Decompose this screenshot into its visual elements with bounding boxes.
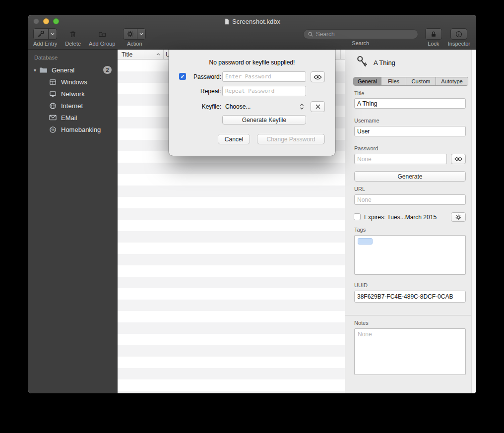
generate-password-button[interactable]: Generate [354, 171, 466, 182]
add-group-button[interactable] [96, 28, 109, 40]
svg-text:%: % [51, 127, 55, 132]
info-icon [455, 31, 462, 38]
sidebar-item-network[interactable]: Network [28, 88, 118, 100]
sidebar-section-header: Database [28, 55, 118, 61]
action-button[interactable] [123, 28, 146, 40]
folder-icon [39, 67, 48, 73]
lock-label: Lock [428, 41, 439, 47]
column-header-spacer [341, 50, 345, 59]
sheet-message: No password or keyfile supplied! [169, 59, 335, 66]
toolbar-item-add-group: Add Group [89, 28, 115, 47]
toolbar-item-inspector: Inspector [448, 28, 470, 47]
expires-gear-button[interactable] [451, 212, 466, 222]
sidebar-item-label: Homebanking [61, 126, 101, 133]
generate-keyfile-button[interactable]: Generate Keyfile [222, 115, 306, 124]
username-field[interactable] [354, 126, 466, 136]
tab-custom[interactable]: Custom [406, 77, 436, 85]
search-label: Search [352, 40, 369, 46]
toolbar-item-add-entry: Add Entry [33, 28, 57, 47]
change-password-button[interactable]: Change Password [257, 134, 325, 144]
lock-icon [430, 31, 437, 38]
key-icon [34, 29, 48, 39]
gear-icon [124, 29, 137, 39]
sidebar: Database ▾ General 2 Windows Networ [28, 50, 118, 393]
globe-icon [48, 102, 58, 110]
tab-autotype[interactable]: Autotype [436, 77, 468, 85]
close-button[interactable] [33, 18, 39, 24]
cancel-button[interactable]: Cancel [218, 134, 250, 144]
folder-plus-icon [98, 30, 107, 39]
add-entry-button[interactable] [33, 28, 57, 40]
notes-label: Notes [354, 320, 369, 326]
url-label: URL [354, 186, 365, 192]
sidebar-item-label: Network [61, 90, 85, 98]
sheet-reveal-password-button[interactable] [311, 71, 325, 82]
document-icon [224, 18, 230, 25]
notes-field[interactable]: None [354, 328, 466, 375]
popup-stepper-icon [300, 103, 304, 110]
sheet-password-field[interactable] [222, 71, 306, 82]
action-label: Action [127, 41, 142, 47]
title-field[interactable] [354, 98, 466, 109]
eye-icon [314, 74, 322, 80]
notes-placeholder: None [358, 331, 372, 338]
sort-ascending-icon [156, 53, 160, 56]
chevron-down-icon[interactable] [48, 29, 57, 39]
column-header-title[interactable]: Title [118, 50, 164, 59]
tag-token[interactable] [358, 238, 373, 245]
toolbar-item-action: Action [123, 28, 146, 47]
sidebar-item-homebanking[interactable]: % Homebanking [28, 124, 118, 135]
sidebar-item-email[interactable]: EMail [28, 112, 118, 124]
url-field[interactable] [354, 194, 466, 205]
search-field[interactable] [303, 29, 418, 39]
column-title-label: Title [122, 51, 132, 58]
sidebar-item-windows[interactable]: Windows [28, 76, 118, 88]
sheet-repeat-field[interactable] [222, 86, 306, 96]
entry-header: A Thing [356, 55, 395, 70]
keyfile-popup-value: Choose... [225, 103, 251, 110]
title-label: Title [354, 90, 364, 96]
minimize-button[interactable] [43, 18, 49, 24]
trash-icon [68, 30, 77, 39]
toolbar-item-delete: Delete [65, 28, 81, 47]
reveal-password-button[interactable] [451, 154, 466, 164]
lock-button[interactable] [425, 28, 442, 40]
search-input[interactable] [316, 31, 414, 38]
tags-field[interactable] [354, 235, 466, 275]
expires-label: Expires: Tues...March 2015 [364, 214, 437, 221]
inspector-scrollbar[interactable] [471, 50, 476, 393]
window-chrome: Screenshot.kdbx Add Entry [28, 15, 476, 50]
eye-icon [454, 156, 462, 162]
coin-percent-icon: % [48, 126, 58, 133]
close-x-icon [315, 104, 321, 110]
password-field[interactable] [354, 154, 447, 164]
chevron-down-icon[interactable] [137, 29, 145, 39]
keyfile-popup[interactable]: Choose... [222, 101, 306, 112]
tags-label: Tags [354, 227, 366, 233]
inspector-tabs: General Files Custom Autotype [353, 77, 468, 86]
sidebar-item-internet[interactable]: Internet [28, 100, 118, 112]
inspector-label: Inspector [448, 41, 470, 47]
delete-button[interactable] [66, 28, 79, 40]
search-icon [308, 31, 314, 37]
key-icon [356, 55, 367, 70]
sheet-repeat-label: Repeat: [187, 88, 221, 95]
zoom-button[interactable] [53, 18, 59, 24]
toolbar: Add Entry Delete Add Group [28, 28, 476, 50]
sidebar-item-general[interactable]: ▾ General 2 [28, 64, 118, 76]
sidebar-item-label: EMail [61, 114, 77, 122]
disclosure-triangle-icon[interactable]: ▾ [31, 67, 39, 73]
add-group-label: Add Group [89, 41, 115, 47]
clear-keyfile-button[interactable] [311, 101, 325, 112]
uuid-field[interactable] [354, 291, 466, 303]
tab-files[interactable]: Files [381, 77, 406, 85]
window-title-text: Screenshot.kdbx [232, 18, 280, 25]
expires-checkbox[interactable] [354, 213, 361, 220]
windows-icon [48, 78, 58, 86]
toolbar-item-lock: Lock [425, 28, 442, 47]
tab-general[interactable]: General [354, 77, 381, 85]
titlebar[interactable]: Screenshot.kdbx [28, 15, 476, 28]
change-password-sheet: No password or keyfile supplied! ✓ Passw… [169, 50, 335, 156]
inspector-button[interactable] [450, 28, 467, 40]
password-checkbox[interactable]: ✓ [179, 73, 186, 80]
